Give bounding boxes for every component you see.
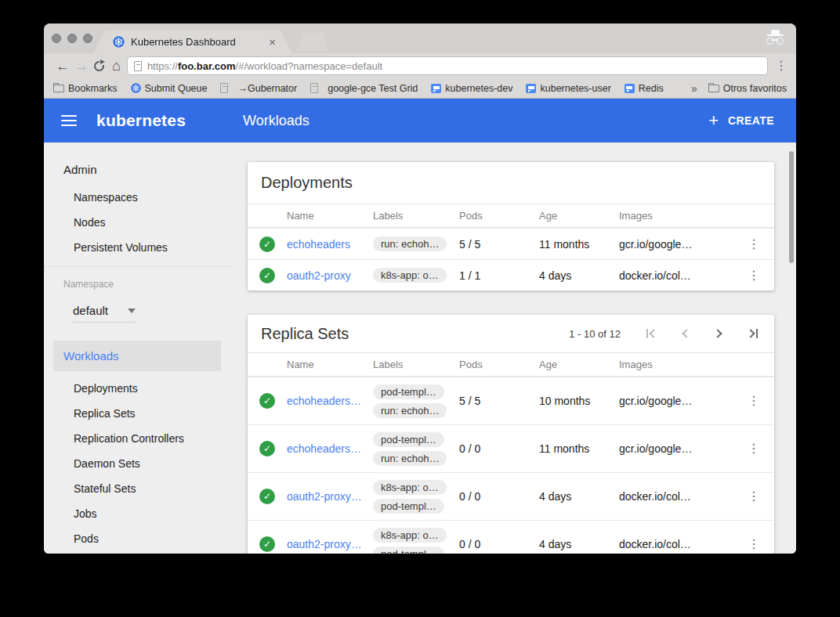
close-window-button[interactable] bbox=[52, 34, 61, 43]
sidebar-item-namespaces[interactable]: Namespaces bbox=[44, 185, 232, 210]
age-value: 10 months bbox=[539, 395, 619, 407]
main-content: Deployments Name Labels Pods Age Images … bbox=[232, 143, 796, 554]
create-button[interactable]: + CREATE bbox=[708, 112, 774, 129]
sidebar-item-nodes[interactable]: Nodes bbox=[44, 210, 232, 235]
column-images: Images bbox=[619, 210, 733, 222]
hamburger-menu-icon[interactable] bbox=[61, 115, 77, 126]
sidebar-item-pods[interactable]: Pods bbox=[44, 526, 232, 551]
column-pods: Pods bbox=[459, 359, 539, 370]
page-body: Admin Namespaces Nodes Persistent Volume… bbox=[44, 143, 796, 554]
sidebar-divider bbox=[44, 266, 232, 267]
pods-count: 1 / 1 bbox=[459, 269, 539, 282]
row-menu-icon[interactable]: ⋮ bbox=[748, 489, 760, 503]
pagination-label: 1 - 10 of 12 bbox=[569, 328, 621, 340]
url-scheme: https:// bbox=[147, 60, 178, 72]
back-button[interactable]: ← bbox=[53, 60, 72, 73]
bookmark-item[interactable]: Redis bbox=[625, 83, 664, 94]
browser-tab[interactable]: Kubernetes Dashboard × bbox=[94, 31, 291, 53]
images-value: docker.io/col… bbox=[619, 490, 733, 503]
sidebar-item-replica-sets[interactable]: Replica Sets bbox=[44, 401, 232, 426]
status-ok-icon: ✓ bbox=[259, 536, 275, 552]
browser-toolbar: ← → ⌂ https://foo.bar.com/#/workload?nam… bbox=[44, 53, 796, 78]
pods-count: 5 / 5 bbox=[459, 238, 539, 251]
row-menu-icon[interactable]: ⋮ bbox=[748, 269, 760, 282]
minimize-window-button[interactable] bbox=[67, 34, 77, 43]
url-host: foo.bar.com bbox=[178, 60, 236, 72]
label-chip: k8s-app: o… bbox=[373, 528, 447, 543]
bookmark-item[interactable]: Submit Queue bbox=[131, 83, 208, 94]
bookmarks-overflow-icon[interactable]: » bbox=[691, 82, 697, 95]
bookmark-item[interactable]: google-gce Test Grid bbox=[310, 83, 418, 94]
sidebar-item-workloads[interactable]: Workloads bbox=[53, 341, 221, 371]
sidebar-item-admin[interactable]: Admin bbox=[44, 158, 232, 180]
label-chip: pod-templ… bbox=[373, 384, 444, 399]
page-icon bbox=[220, 83, 228, 93]
page-icon bbox=[134, 61, 142, 71]
table-row: ✓ oauth2-proxy… k8s-app: o… pod-templ… 0… bbox=[248, 520, 774, 554]
folder-icon bbox=[708, 85, 719, 92]
row-menu-icon[interactable]: ⋮ bbox=[748, 537, 760, 550]
page-icon bbox=[310, 83, 318, 93]
pods-count: 0 / 0 bbox=[459, 490, 539, 503]
resource-link[interactable]: echoheaders bbox=[287, 238, 373, 251]
scrollbar[interactable] bbox=[789, 151, 794, 263]
sidebar-item-deployments[interactable]: Deployments bbox=[44, 376, 232, 401]
resource-link[interactable]: echoheaders… bbox=[287, 442, 373, 455]
browser-menu-icon[interactable]: ⋮ bbox=[774, 60, 788, 72]
plus-icon: + bbox=[708, 112, 719, 129]
resource-link[interactable]: oauth2-proxy bbox=[287, 269, 373, 282]
sidebar-item-persistent-volumes[interactable]: Persistent Volumes bbox=[44, 235, 232, 260]
deployments-card: Deployments Name Labels Pods Age Images … bbox=[248, 162, 774, 290]
titlebar[interactable]: Kubernetes Dashboard × bbox=[44, 23, 796, 53]
column-labels: Labels bbox=[373, 210, 459, 222]
forward-button[interactable]: → bbox=[72, 60, 91, 73]
table-row: ✓ echoheaders… pod-templ… run: echoh… 5 … bbox=[248, 377, 774, 424]
resource-link[interactable]: oauth2-proxy… bbox=[287, 538, 373, 550]
app-header: kubernetes Workloads + CREATE bbox=[44, 99, 796, 143]
bookmark-folder-otros[interactable]: Otros favoritos bbox=[708, 83, 787, 94]
row-menu-icon[interactable]: ⋮ bbox=[748, 442, 760, 455]
column-name: Name bbox=[287, 210, 373, 222]
kubernetes-favicon-icon bbox=[113, 36, 125, 48]
deployments-card-title: Deployments bbox=[261, 174, 353, 192]
replica-sets-card: Replica Sets 1 - 10 of 12 Name Labels Po… bbox=[248, 315, 774, 554]
next-page-icon[interactable] bbox=[712, 327, 725, 340]
row-menu-icon[interactable]: ⋮ bbox=[748, 394, 760, 407]
row-menu-icon[interactable]: ⋮ bbox=[748, 237, 760, 251]
resource-link[interactable]: echoheaders… bbox=[287, 395, 373, 407]
sidebar-item-stateful-sets[interactable]: Stateful Sets bbox=[44, 476, 232, 501]
new-tab-button[interactable] bbox=[296, 33, 328, 52]
close-tab-icon[interactable]: × bbox=[269, 36, 276, 48]
table-row: ✓ echoheaders run: echoh… 5 / 5 11 month… bbox=[248, 228, 774, 259]
resource-link[interactable]: oauth2-proxy… bbox=[287, 490, 373, 503]
deployments-table-header: Name Labels Pods Age Images bbox=[248, 204, 774, 228]
kubernetes-icon bbox=[131, 83, 141, 93]
reload-button[interactable] bbox=[94, 61, 104, 71]
last-page-icon[interactable] bbox=[746, 327, 759, 340]
first-page-icon[interactable] bbox=[645, 327, 657, 340]
label-chip: run: echoh… bbox=[373, 403, 447, 418]
column-labels: Labels bbox=[373, 359, 459, 370]
bookmark-folder[interactable]: Bookmarks bbox=[53, 83, 118, 94]
url-text: https://foo.bar.com/#/workload?namespace… bbox=[147, 60, 382, 72]
label-chip: run: echoh… bbox=[373, 451, 447, 466]
zoom-window-button[interactable] bbox=[83, 34, 92, 43]
sidebar: Admin Namespaces Nodes Persistent Volume… bbox=[44, 143, 232, 554]
home-button[interactable]: ⌂ bbox=[112, 59, 121, 73]
sidebar-item-daemon-sets[interactable]: Daemon Sets bbox=[44, 451, 232, 476]
replica-sets-card-title: Replica Sets bbox=[261, 325, 349, 343]
bookmark-item[interactable]: kubernetes-user bbox=[526, 83, 610, 94]
age-value: 11 months bbox=[539, 238, 619, 251]
kubernetes-brand: kubernetes bbox=[96, 111, 186, 130]
previous-page-icon[interactable] bbox=[679, 327, 691, 340]
pagination: 1 - 10 of 12 bbox=[569, 327, 759, 340]
url-bar[interactable]: https://foo.bar.com/#/workload?namespace… bbox=[127, 56, 768, 75]
column-pods: Pods bbox=[459, 210, 539, 222]
label-chip: k8s-app: o… bbox=[373, 480, 447, 495]
bookmark-item[interactable]: kubernetes-dev bbox=[431, 83, 512, 94]
sidebar-item-jobs[interactable]: Jobs bbox=[44, 501, 232, 526]
bookmark-item[interactable]: →Gubernator bbox=[220, 83, 297, 94]
window-controls bbox=[52, 34, 92, 43]
sidebar-item-replication-controllers[interactable]: Replication Controllers bbox=[44, 426, 232, 451]
namespace-select[interactable]: default bbox=[73, 299, 136, 323]
